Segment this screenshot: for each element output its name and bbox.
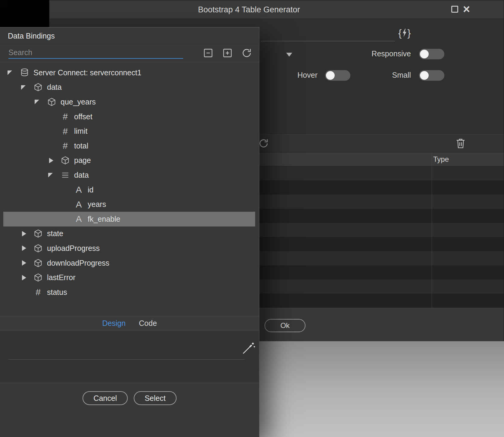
expander-placeholder — [46, 126, 56, 136]
tree-node-uploadprogress[interactable]: uploadProgress — [0, 241, 259, 256]
responsive-label: Responsive — [363, 49, 411, 58]
object-icon — [47, 97, 57, 107]
small-toggle[interactable] — [419, 70, 444, 81]
number-icon: # — [60, 126, 70, 136]
binding-input-underline[interactable] — [261, 41, 395, 41]
expanded-arrow-icon[interactable] — [5, 67, 16, 78]
search-input[interactable] — [8, 47, 183, 59]
collapsed-arrow-icon[interactable] — [19, 273, 29, 283]
tree-node-fk-enable[interactable]: Afk_enable — [0, 212, 259, 226]
hover-toggle[interactable] — [325, 70, 350, 81]
hover-label: Hover — [293, 71, 318, 80]
object-icon — [33, 258, 43, 268]
collapsed-arrow-icon[interactable] — [19, 229, 29, 239]
string-icon: A — [74, 185, 84, 195]
string-icon: A — [74, 214, 84, 224]
tree-node-label: uploadProgress — [47, 244, 100, 253]
collapsed-arrow-icon[interactable] — [19, 243, 29, 253]
number-icon: # — [60, 112, 70, 122]
tree-node-label: que_years — [61, 98, 96, 106]
binding-picker-icon[interactable]: { } — [398, 27, 411, 39]
tree-node-status[interactable]: #status — [0, 285, 259, 300]
refresh-bindings-icon[interactable] — [241, 47, 252, 59]
small-label: Small — [381, 71, 411, 80]
screen-corner — [0, 0, 49, 27]
data-bindings-panel: Data Bindings Server Connect: serverconn… — [0, 27, 259, 437]
string-icon: A — [74, 199, 84, 209]
responsive-toggle[interactable] — [419, 49, 444, 59]
type-column-header: Type — [433, 152, 449, 166]
expanded-arrow-icon[interactable] — [33, 97, 43, 107]
tree-node-label: state — [47, 229, 63, 238]
tree-node-data[interactable]: data — [0, 80, 259, 95]
tree-node-downloadprogress[interactable]: downloadProgress — [0, 256, 259, 270]
tree-node-server-connect-serverconnect1[interactable]: Server Connect: serverconnect1 — [0, 65, 259, 80]
ok-button[interactable]: Ok — [265, 319, 305, 332]
tree-node-id[interactable]: Aid — [0, 183, 259, 197]
tree-node-label: years — [88, 200, 106, 209]
expanded-arrow-icon[interactable] — [19, 82, 29, 92]
expand-all-icon[interactable] — [222, 47, 233, 59]
dialog-title: Bootstrap 4 Table Generator — [49, 0, 449, 19]
object-icon — [60, 155, 70, 165]
screen: Bootstrap 4 Table Generator × { } Respon… — [0, 0, 504, 437]
magic-wand-icon[interactable] — [242, 342, 255, 355]
tree-node-label: lastError — [47, 273, 75, 282]
expander-placeholder — [19, 287, 29, 297]
view-tabs: Design Code — [0, 316, 259, 330]
expression-preview — [0, 331, 259, 383]
tree-node-limit[interactable]: #limit — [0, 124, 259, 139]
tree-node-label: total — [74, 142, 88, 150]
tree-node-label: fk_enable — [88, 215, 120, 223]
tree-node-label: downloadProgress — [47, 259, 109, 267]
tree-node-state[interactable]: state — [0, 226, 259, 241]
tree-node-label: Server Connect: serverconnect1 — [33, 68, 142, 77]
expander-placeholder — [46, 111, 56, 122]
expression-underline — [8, 359, 245, 360]
expander-placeholder — [60, 199, 70, 210]
object-icon — [33, 229, 43, 239]
tree-node-years[interactable]: Ayears — [0, 197, 259, 212]
tree-node-offset[interactable]: #offset — [0, 109, 259, 124]
cancel-button[interactable]: Cancel — [83, 391, 128, 405]
tree-node-label: offset — [74, 112, 92, 121]
collapse-all-icon[interactable] — [202, 47, 214, 59]
dialog-titlebar: Bootstrap 4 Table Generator × — [49, 0, 504, 19]
tab-design[interactable]: Design — [102, 319, 126, 328]
expander-placeholder — [46, 141, 56, 151]
collapsed-arrow-icon[interactable] — [46, 155, 56, 166]
select-button[interactable]: Select — [134, 391, 176, 405]
tree-node-data[interactable]: data — [0, 168, 259, 183]
object-icon — [33, 82, 43, 92]
expanded-arrow-icon[interactable] — [46, 170, 56, 180]
brace-right: } — [407, 27, 411, 39]
search-toolbar — [202, 47, 252, 59]
collapsed-arrow-icon[interactable] — [19, 258, 29, 268]
number-icon: # — [33, 287, 43, 297]
database-icon — [20, 68, 30, 78]
close-icon[interactable]: × — [463, 5, 470, 13]
tree-node-label: page — [74, 156, 91, 165]
expander-placeholder — [60, 185, 70, 195]
refresh-icon[interactable] — [258, 138, 269, 148]
number-icon: # — [60, 141, 70, 151]
object-icon — [33, 273, 43, 282]
trash-icon[interactable] — [455, 138, 466, 149]
footer-buttons: Cancel Select — [0, 391, 259, 405]
tree-node-page[interactable]: page — [0, 153, 259, 168]
lightning-bolt-icon — [402, 28, 407, 37]
tree-node-que-years[interactable]: que_years — [0, 95, 259, 109]
dropdown-caret-icon[interactable] — [286, 53, 292, 57]
search-row — [0, 44, 259, 62]
tab-code[interactable]: Code — [139, 319, 157, 328]
object-icon — [33, 243, 43, 253]
maximize-icon[interactable] — [451, 6, 458, 13]
tree-node-label: limit — [74, 127, 87, 136]
panel-footer: Cancel Select — [0, 383, 259, 437]
tree-node-label: id — [88, 186, 93, 194]
tree-node-total[interactable]: #total — [0, 139, 259, 153]
page-background — [259, 341, 504, 437]
expander-placeholder — [60, 214, 70, 224]
bindings-tree: Server Connect: serverconnect1dataque_ye… — [0, 62, 259, 316]
tree-node-lasterror[interactable]: lastError — [0, 270, 259, 285]
